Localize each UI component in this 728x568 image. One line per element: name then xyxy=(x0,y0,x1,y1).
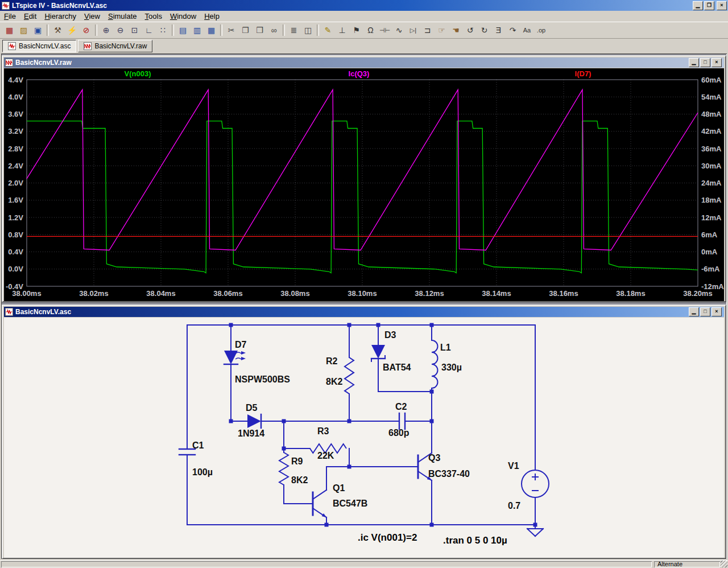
waveform-window-titlebar[interactable]: BasicNcnvLV.raw ▁ □ × xyxy=(4,57,724,68)
component-d5[interactable] xyxy=(247,414,261,428)
open-icon[interactable]: ▨ xyxy=(16,23,31,37)
save-icon[interactable]: ▣ xyxy=(31,23,45,37)
waveform-maximize-button[interactable]: □ xyxy=(700,58,710,67)
component-icon[interactable]: ⊐ xyxy=(420,23,435,37)
zoom-in-icon[interactable]: ⊕ xyxy=(99,23,113,37)
schematic-minimize-button[interactable]: ▁ xyxy=(689,307,699,316)
component-d7[interactable] xyxy=(224,351,246,364)
waveform-client[interactable]: 4.4V4.0V3.6V3.2V2.8V2.4V2.0V1.6V1.2V0.8V… xyxy=(4,68,724,301)
menu-view[interactable]: View xyxy=(80,11,104,21)
schematic-window-titlebar[interactable]: BasicNcnvLV.asc ▁ □ × xyxy=(4,307,724,317)
capacitor-icon[interactable]: ⊣⊢ xyxy=(378,23,392,37)
rotate-icon[interactable]: ↷ xyxy=(506,23,520,37)
spice-directive[interactable]: .ic V(n001)=2 xyxy=(358,532,417,543)
junction-dot xyxy=(229,323,233,327)
tab-bar: BasicNcnvLV.ascBasicNcnvLV.raw xyxy=(0,39,728,53)
legend-icq3[interactable]: Ic(Q3) xyxy=(349,69,370,78)
resize-grip[interactable] xyxy=(721,561,727,567)
x-tick: 38.02ms xyxy=(79,289,108,298)
cut-icon[interactable]: ✂ xyxy=(224,23,238,37)
app-restore-button[interactable]: ❐ xyxy=(704,1,714,10)
schematic-client[interactable]: C1100µD7NSPW500BSD51N914R28K2D3BAT54L133… xyxy=(4,318,724,558)
grid-icon[interactable]: ∷ xyxy=(156,23,170,37)
component-q1[interactable] xyxy=(305,490,326,517)
legend-id7[interactable]: I(D7) xyxy=(575,69,592,78)
ground-icon[interactable]: ⊥ xyxy=(335,23,349,37)
waveform-window: BasicNcnvLV.raw ▁ □ × 4.4V4.0V3.6V3.2V2.… xyxy=(2,55,726,302)
y-left-tick: 2.8V xyxy=(8,145,23,153)
toolbar-separator xyxy=(283,24,285,36)
schematic-label: R2 xyxy=(326,356,338,366)
menu-hierarchy[interactable]: Hierarchy xyxy=(40,11,80,21)
copy-icon[interactable]: ❐ xyxy=(238,23,253,37)
tab-basicncnvlv.raw[interactable]: BasicNcnvLV.raw xyxy=(78,40,152,52)
halt-icon[interactable]: ⊘ xyxy=(79,23,93,37)
label-icon[interactable]: ⚑ xyxy=(349,23,363,37)
paste-icon[interactable]: ❒ xyxy=(253,23,267,37)
mirror-icon[interactable]: Ǝ xyxy=(491,23,506,37)
waveform-close-button[interactable]: × xyxy=(712,58,722,67)
move-icon[interactable]: ☞ xyxy=(435,23,449,37)
diode-icon[interactable]: ▷| xyxy=(406,23,420,37)
component-c2[interactable] xyxy=(399,413,405,429)
find-icon[interactable]: ∞ xyxy=(267,23,281,37)
legend-vn003[interactable]: V(n003) xyxy=(125,69,151,78)
print-preview-icon[interactable]: ◫ xyxy=(301,23,315,37)
y-right-tick: 24mA xyxy=(701,179,722,187)
wire-icon[interactable]: ✎ xyxy=(321,23,335,37)
menu-file[interactable]: File xyxy=(0,11,20,21)
zoom-full-icon[interactable]: ⊡ xyxy=(127,23,142,37)
schematic-label: D3 xyxy=(384,330,396,340)
app-titlebar[interactable]: LTspice IV - BasicNcnvLV.asc ▁ ❐ × xyxy=(0,0,728,11)
component-l1[interactable] xyxy=(432,340,438,388)
component-r9[interactable] xyxy=(279,452,288,485)
inductor-icon[interactable]: ∿ xyxy=(392,23,406,37)
text-icon[interactable]: Aa xyxy=(520,23,534,37)
schematic-label: L1 xyxy=(440,343,451,352)
component-gnd[interactable] xyxy=(527,525,543,536)
schematic-label: 8K2 xyxy=(291,475,308,485)
schematic-maximize-button[interactable]: □ xyxy=(700,307,710,316)
waveform-minimize-button[interactable]: ▁ xyxy=(689,58,699,67)
app-minimize-button[interactable]: ▁ xyxy=(693,1,703,10)
menu-simulate[interactable]: Simulate xyxy=(104,11,141,21)
spice-directive[interactable]: .tran 0 5 0 10µ xyxy=(443,535,507,546)
x-tick: 38.10ms xyxy=(348,289,377,298)
menu-edit[interactable]: Edit xyxy=(20,11,40,21)
x-tick: 38.00ms xyxy=(12,289,41,298)
app-close-button[interactable]: × xyxy=(717,1,727,10)
component-v1[interactable] xyxy=(522,470,549,497)
toolbar-separator xyxy=(95,24,97,36)
run-icon[interactable]: ⚡ xyxy=(65,23,79,37)
y-left-tick: 2.4V xyxy=(8,162,23,170)
print-icon[interactable]: ≣ xyxy=(287,23,301,37)
y-right-tick: 60mA xyxy=(701,76,722,84)
tab-basicncnvlv.asc[interactable]: BasicNcnvLV.asc xyxy=(2,40,76,52)
zoom-out-icon[interactable]: ⊖ xyxy=(113,23,127,37)
spice-directive-icon[interactable]: .op xyxy=(534,23,548,37)
y-right-tick: 36mA xyxy=(701,145,722,153)
schematic-label: Q3 xyxy=(428,453,440,463)
menu-window[interactable]: Window xyxy=(166,11,200,21)
status-left-panel xyxy=(1,561,652,567)
tile-vertical-icon[interactable]: ▦ xyxy=(204,23,218,37)
resistor-icon[interactable]: Ω xyxy=(363,23,378,37)
undo-icon[interactable]: ↺ xyxy=(463,23,477,37)
status-bar: Alternate xyxy=(0,560,728,568)
cascade-windows-icon[interactable]: ▤ xyxy=(176,23,190,37)
menu-help[interactable]: Help xyxy=(200,11,224,21)
redo-icon[interactable]: ↻ xyxy=(477,23,491,37)
new-schematic-icon[interactable]: ▦ xyxy=(2,23,16,37)
drag-icon[interactable]: ☚ xyxy=(449,23,463,37)
schematic-close-button[interactable]: × xyxy=(712,307,722,316)
app-icon xyxy=(2,2,10,10)
component-r2[interactable] xyxy=(345,357,354,394)
plot-settings-icon[interactable]: ∟ xyxy=(142,23,156,37)
component-d3[interactable] xyxy=(371,345,385,361)
x-tick: 38.06ms xyxy=(213,289,242,298)
junction-dot xyxy=(430,523,434,527)
menu-tools[interactable]: Tools xyxy=(141,11,166,21)
tile-horizontal-icon[interactable]: ▥ xyxy=(190,23,204,37)
schematic-label: 330µ xyxy=(441,363,462,372)
control-panel-icon[interactable]: ⚒ xyxy=(51,23,65,37)
